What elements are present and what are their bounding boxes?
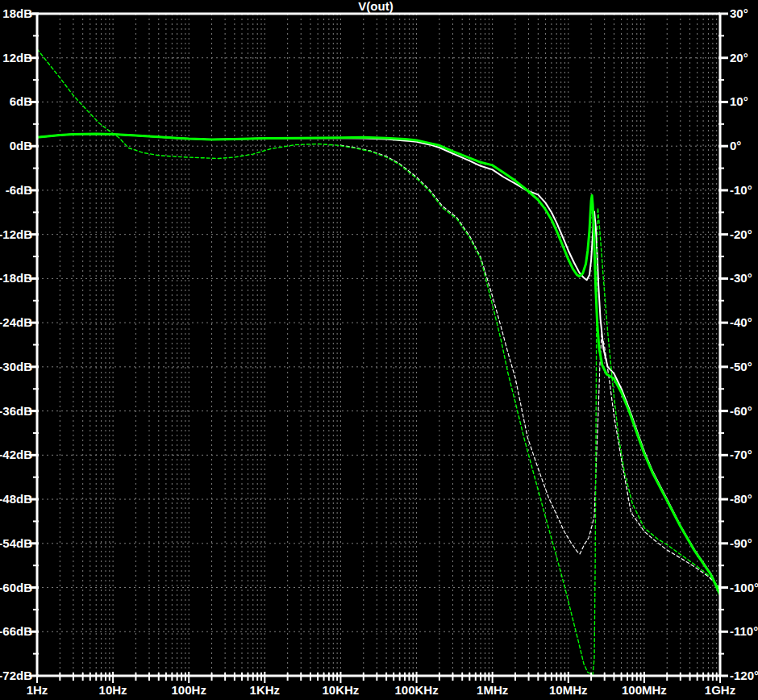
y-left-label: -6dB	[6, 183, 33, 197]
x-axis-label: 100Hz	[172, 683, 206, 697]
y-left-label: -24dB	[0, 315, 32, 329]
bode-plot: 18dB12dB6dB0dB-6dB-12dB-18dB-24dB-30dB-3…	[0, 0, 758, 700]
y-left-label: 6dB	[10, 94, 33, 108]
y-right-label: -120°	[730, 669, 758, 682]
y-left-label: -42dB	[0, 448, 32, 461]
curves[interactable]	[37, 49, 720, 675]
grid-lines	[37, 14, 720, 676]
y-right-label: -50°	[730, 360, 752, 373]
phase-curve-white	[340, 145, 720, 587]
y-right-label: -10°	[730, 183, 752, 197]
y-left-label: 18dB	[2, 6, 32, 20]
y-left-label: -12dB	[0, 227, 32, 241]
x-axis-label: 1GHz	[705, 683, 735, 697]
y-left-label: -66dB	[0, 624, 32, 638]
y-left-label: -60dB	[0, 581, 32, 594]
plot-window: 18dB12dB6dB0dB-6dB-12dB-18dB-24dB-30dB-3…	[0, 0, 758, 700]
x-axis-label: 1KHz	[250, 683, 281, 697]
axis-ticks	[29, 14, 728, 683]
y-right-label: -110°	[730, 624, 758, 638]
x-axis-label: 10Hz	[99, 683, 127, 697]
x-axis-label: 100KHz	[394, 683, 438, 697]
y-right-label: -20°	[730, 227, 752, 241]
y-right-label: 30°	[730, 6, 748, 20]
y-left-label: -54dB	[0, 536, 32, 550]
x-axis-label: 1Hz	[27, 683, 48, 697]
y-left-label: -36dB	[0, 404, 32, 418]
y-right-label: -70°	[730, 448, 752, 461]
x-axis-label: 10MHz	[549, 683, 588, 697]
y-right-label: -60°	[730, 404, 752, 418]
axis-labels: 18dB12dB6dB0dB-6dB-12dB-18dB-24dB-30dB-3…	[0, 6, 758, 697]
y-right-label: 0°	[730, 139, 741, 152]
phase-curve-green	[37, 49, 720, 675]
x-axis-label: 1MHz	[477, 683, 508, 697]
y-right-label: -40°	[730, 315, 752, 329]
y-right-label: -30°	[730, 271, 752, 285]
y-right-label: -90°	[730, 536, 752, 550]
x-axis-label: 100MHz	[622, 683, 667, 697]
x-axis-label: 10KHz	[323, 683, 360, 697]
y-left-label: -72dB	[0, 669, 32, 682]
y-right-label: -100°	[730, 581, 758, 594]
y-right-label: 20°	[730, 51, 748, 65]
y-left-label: -48dB	[0, 492, 32, 506]
y-left-label: -30dB	[0, 360, 32, 373]
y-left-label: 0dB	[10, 139, 33, 152]
y-left-label: -18dB	[0, 271, 32, 285]
y-right-label: -80°	[730, 492, 752, 506]
magnitude-curve-white	[37, 134, 720, 594]
magnitude-curve-green	[37, 134, 720, 595]
y-left-label: 12dB	[2, 51, 32, 65]
plot-title[interactable]: V(out)	[358, 0, 393, 13]
y-right-label: 10°	[730, 94, 748, 108]
